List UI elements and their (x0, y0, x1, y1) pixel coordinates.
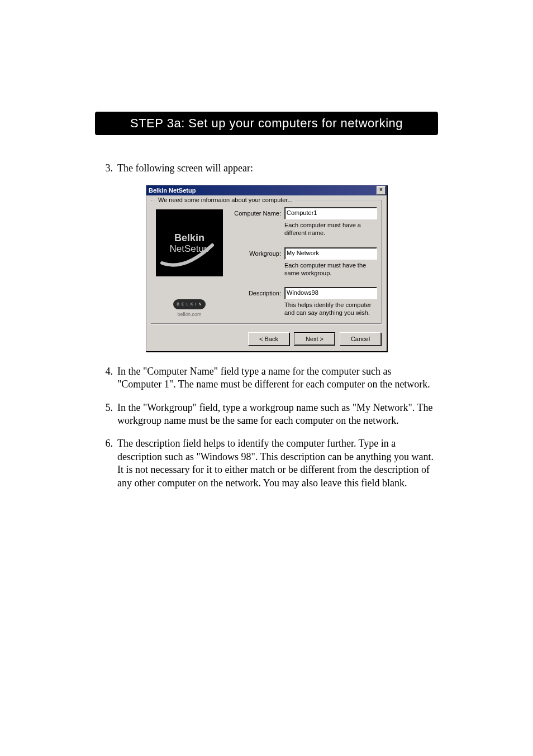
instruction-text: In the "Computer Name" field type a name… (117, 365, 438, 391)
brand-pill: B E L K I N (173, 299, 206, 309)
brand-url: belkin.com (177, 312, 201, 317)
instruction-text: The following screen will appear: (117, 162, 438, 175)
computer-name-hint: Each computer must have a different name… (284, 222, 377, 237)
instruction-item: 4. In the "Computer Name" field type a n… (95, 365, 438, 391)
instruction-text: The description field helps to identify … (117, 437, 438, 490)
brand-tile: Belkin NetSetup (156, 209, 223, 276)
back-button[interactable]: < Back (248, 332, 289, 346)
cancel-button[interactable]: Cancel (340, 332, 381, 346)
instruction-number: 3. (95, 162, 117, 175)
brand-badge: B E L K I N belkin.com (173, 299, 206, 317)
swoosh-icon (159, 241, 215, 269)
instruction-item: 5. In the "Workgroup" field, type a work… (95, 401, 438, 428)
computer-name-label: Computer Name: (227, 210, 284, 217)
info-groupbox: We need some informaion about your compu… (151, 200, 382, 324)
dialog-title: Belkin NetSetup (149, 187, 196, 194)
instruction-item: 3. The following screen will appear: (95, 162, 438, 175)
close-icon[interactable]: × (377, 186, 386, 195)
cancel-button-label: Cancel (351, 336, 370, 342)
description-label: Description: (227, 290, 284, 296)
netsetup-dialog: Belkin NetSetup × We need some informaio… (146, 185, 387, 352)
workgroup-hint: Each computer must have the same workgro… (284, 262, 377, 277)
instruction-number: 4. (95, 365, 117, 378)
dialog-titlebar: Belkin NetSetup × (146, 185, 387, 195)
groupbox-legend: We need some informaion about your compu… (156, 197, 295, 203)
instruction-number: 5. (95, 401, 117, 414)
computer-name-field[interactable]: Computer1 (284, 207, 377, 219)
next-button-label: Next > (306, 336, 323, 342)
workgroup-label: Workgroup: (227, 250, 284, 257)
next-button[interactable]: Next > (294, 332, 335, 346)
description-field[interactable]: Windows98 (284, 287, 377, 299)
instruction-item: 6. The description field helps to identi… (95, 437, 438, 490)
workgroup-field[interactable]: My Network (284, 247, 377, 260)
instruction-text: In the "Workgroup" field, type a workgro… (117, 401, 438, 428)
instruction-number: 6. (95, 437, 117, 450)
back-button-label: < Back (259, 336, 278, 342)
description-hint: This helps identify the computer and can… (284, 302, 377, 317)
